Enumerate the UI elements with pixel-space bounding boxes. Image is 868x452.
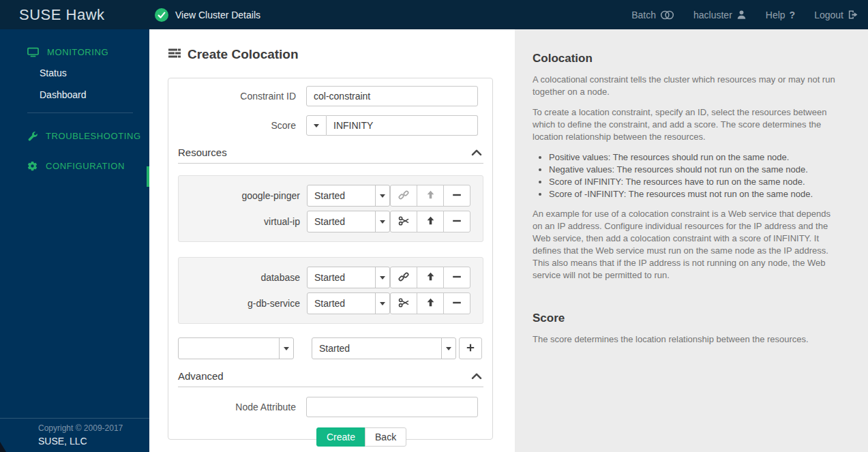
- sidebar-heading-label: CONFIGURATION: [46, 161, 125, 171]
- resources-collapse-button[interactable]: [470, 148, 483, 158]
- help-bullet: Score of -INFINITY: The resources must n…: [549, 188, 837, 200]
- resource-name: virtual-ip: [185, 216, 307, 227]
- move-up-button[interactable]: [417, 292, 444, 314]
- sidebar-sections: MONITORINGStatusDashboardTROUBLESHOOTING…: [0, 44, 149, 173]
- nav-item-label: Logout: [814, 10, 843, 20]
- nav-item-logout[interactable]: Logout: [814, 10, 858, 20]
- resources-section-title: Resources: [178, 147, 227, 158]
- sidebar-heading-configuration[interactable]: CONFIGURATION: [0, 158, 149, 173]
- help-bullet: Positive values: The resources should ru…: [549, 151, 837, 163]
- chevron-down-icon: [375, 267, 389, 288]
- remove-resource-button[interactable]: [443, 292, 470, 314]
- arrow-up-icon: [425, 297, 436, 310]
- resource-row: google-pingerStarted: [185, 185, 476, 207]
- move-up-button[interactable]: [417, 185, 444, 207]
- resource-group: databaseStartedg-db-serviceStarted: [178, 257, 483, 324]
- move-up-button[interactable]: [417, 267, 444, 288]
- sidebar-section-monitoring: MONITORINGStatusDashboard: [0, 44, 149, 113]
- wrench-icon: [27, 131, 38, 141]
- new-resource-state-value: Started: [312, 338, 441, 359]
- sidebar-heading-troubleshooting[interactable]: TROUBLESHOOTING: [0, 128, 149, 143]
- scissors-button[interactable]: [390, 211, 417, 232]
- link-icon: [398, 271, 409, 284]
- score-input[interactable]: [327, 115, 478, 136]
- sidebar-section-troubleshooting: TROUBLESHOOTING: [0, 128, 149, 143]
- minus-icon: [452, 190, 462, 202]
- user-icon: [736, 10, 747, 20]
- brand-logo: SUSE Hawk: [0, 6, 149, 24]
- add-resource-button[interactable]: [459, 337, 482, 359]
- sidebar-footer: Copyright © 2009-2017 SUSE, LLC: [0, 418, 149, 452]
- new-resource-select[interactable]: [178, 337, 294, 359]
- topbar-nav: BatchhaclusterHelp?Logout: [631, 10, 868, 20]
- colocation-list-icon: [168, 48, 181, 61]
- arrow-up-icon: [425, 215, 436, 228]
- resource-groups: google-pingerStartedvirtual-ipStarteddat…: [178, 175, 483, 324]
- back-button[interactable]: Back: [365, 427, 406, 447]
- help-bullet: Negative values: The resources should no…: [549, 164, 837, 175]
- sidebar-section-configuration: CONFIGURATION: [0, 158, 149, 173]
- sidebar-heading-monitoring[interactable]: MONITORING: [0, 44, 149, 59]
- resource-state-select[interactable]: Started: [307, 267, 390, 288]
- sidebar: MONITORINGStatusDashboardTROUBLESHOOTING…: [0, 29, 149, 452]
- remove-resource-button[interactable]: [443, 185, 470, 207]
- resource-row: g-db-serviceStarted: [185, 292, 476, 314]
- resource-row: virtual-ipStarted: [185, 211, 476, 232]
- question-icon: ?: [790, 10, 796, 20]
- nav-item-user[interactable]: hacluster: [693, 10, 747, 20]
- chevron-down-icon: [314, 124, 319, 127]
- help-score-title: Score: [533, 312, 837, 325]
- nav-item-batch[interactable]: Batch: [631, 10, 674, 20]
- chevron-down-icon: [375, 293, 389, 314]
- chevron-down-icon: [375, 185, 389, 206]
- chevron-down-icon: [375, 211, 389, 232]
- help-paragraph: An example for use of a colocation const…: [533, 208, 837, 282]
- resource-state-value: Started: [308, 211, 375, 232]
- link-button[interactable]: [390, 267, 417, 288]
- help-colocation-title: Colocation: [533, 52, 837, 65]
- nav-item-label: hacluster: [693, 10, 732, 20]
- chevron-down-icon: [279, 338, 293, 359]
- resource-state-select[interactable]: Started: [307, 211, 390, 232]
- sidebar-item-status[interactable]: Status: [0, 62, 149, 84]
- scissors-button[interactable]: [390, 292, 417, 314]
- chevron-up-icon: [471, 372, 482, 382]
- check-circle-icon: [155, 8, 168, 22]
- nav-item-label: Help: [766, 10, 785, 20]
- resource-state-select[interactable]: Started: [307, 185, 390, 207]
- remove-resource-button[interactable]: [443, 267, 470, 288]
- resource-group: google-pingerStartedvirtual-ipStarted: [178, 175, 483, 242]
- node-attribute-label: Node Attribute: [178, 402, 306, 412]
- sidebar-item-dashboard[interactable]: Dashboard: [0, 84, 149, 106]
- main-content: Create Colocation Constraint ID Score Re…: [149, 29, 515, 452]
- resource-state-value: Started: [308, 293, 375, 314]
- advanced-collapse-button[interactable]: [470, 372, 483, 382]
- score-dropdown-button[interactable]: [306, 115, 327, 136]
- minus-icon: [452, 298, 462, 310]
- arrow-up-icon: [425, 190, 436, 202]
- nav-item-help[interactable]: Help?: [766, 10, 795, 20]
- batch-toggle-icon: [660, 10, 674, 20]
- constraint-id-input[interactable]: [306, 86, 478, 106]
- plus-icon: [466, 343, 475, 355]
- resource-state-value: Started: [308, 267, 375, 288]
- resource-state-select[interactable]: Started: [307, 292, 390, 314]
- remove-resource-button[interactable]: [443, 211, 470, 232]
- create-colocation-form: Constraint ID Score Resources google-pin…: [168, 78, 493, 440]
- page-title: Create Colocation: [188, 47, 299, 62]
- create-button[interactable]: Create: [316, 427, 365, 447]
- scissors-icon: [398, 215, 410, 228]
- move-up-button[interactable]: [417, 211, 444, 232]
- company-text: SUSE, LLC: [38, 436, 144, 447]
- topbar: SUSE Hawk View Cluster Details Batchhacl…: [0, 0, 868, 29]
- help-panel: Colocation A colocational constraint tel…: [515, 29, 868, 452]
- link-button[interactable]: [390, 185, 417, 207]
- nav-item-label: Batch: [631, 10, 656, 20]
- node-attribute-input[interactable]: [306, 397, 478, 417]
- chevron-down-icon: [441, 338, 455, 359]
- resource-name: google-pinger: [185, 190, 307, 201]
- sidebar-heading-label: TROUBLESHOOTING: [46, 131, 141, 141]
- new-resource-state-select[interactable]: Started: [312, 337, 456, 359]
- resource-name: database: [185, 272, 307, 283]
- cluster-status[interactable]: View Cluster Details: [155, 8, 260, 22]
